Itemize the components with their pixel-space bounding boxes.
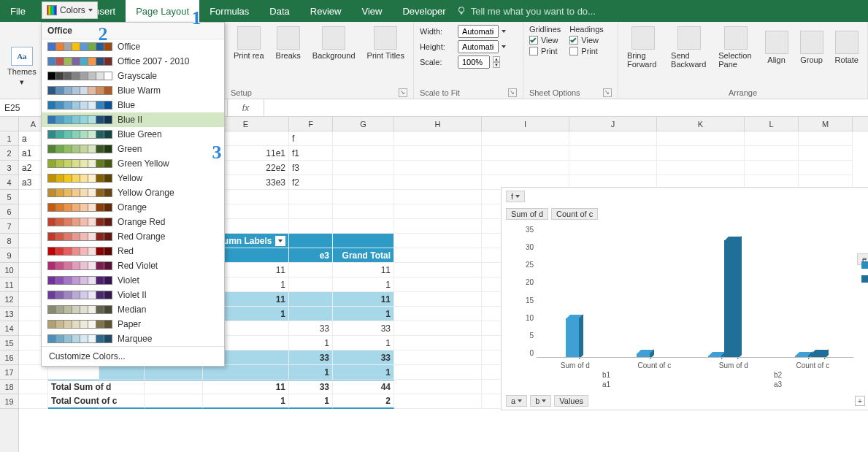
colors-button[interactable]: Colors [42, 1, 98, 19]
selection-pane-button[interactable]: Selection Pane [715, 25, 756, 70]
row-header[interactable]: 2 [0, 146, 18, 161]
headings-label: Headings [569, 25, 603, 34]
chart-value-btn-2[interactable]: Count of c [551, 208, 598, 220]
tab-data[interactable]: Data [259, 0, 299, 22]
tab-developer[interactable]: Developer [392, 0, 456, 22]
rotate-button[interactable]: Rotate [832, 29, 861, 66]
row-header[interactable]: 10 [0, 263, 18, 277]
color-scheme-blue-warm[interactable]: Blue Warm [42, 83, 224, 98]
chart-expand-button[interactable]: + [855, 396, 865, 406]
gridlines-view-checkbox[interactable]: View [529, 36, 561, 45]
row-header[interactable]: 14 [0, 321, 18, 336]
gridlines-print-checkbox[interactable]: Print [529, 47, 561, 55]
lightbulb-icon [456, 6, 466, 16]
breaks-button[interactable]: Breaks [273, 25, 304, 61]
row-headers: 12345678910111213141516171819 [0, 117, 19, 452]
row-header[interactable]: 17 [0, 365, 18, 380]
title-tabs: File Home Insert Page Layout Formulas Da… [0, 0, 868, 22]
scale-launcher[interactable]: ↘ [508, 88, 517, 97]
color-scheme-grayscale[interactable]: Grayscale [42, 69, 224, 83]
scale-input[interactable] [458, 55, 490, 69]
color-scheme-blue-ii[interactable]: Blue II [42, 112, 224, 127]
colors-swatch-icon [47, 5, 57, 15]
color-scheme-red-orange[interactable]: Red Orange [42, 229, 224, 244]
column-header[interactable]: F [289, 117, 333, 131]
row-header[interactable]: 3 [0, 161, 18, 175]
row-header[interactable]: 4 [0, 175, 18, 190]
row-header[interactable]: 19 [0, 394, 18, 409]
send-backward-icon [677, 26, 701, 50]
headings-view-checkbox[interactable]: View [569, 36, 603, 45]
page-setup-launcher[interactable]: ↘ [399, 88, 407, 97]
height-input[interactable] [458, 40, 499, 53]
color-scheme-green[interactable]: Green [42, 142, 224, 156]
group-button[interactable]: Group [797, 29, 826, 66]
row-header[interactable]: 8 [0, 234, 18, 248]
row-header[interactable]: 11 [0, 277, 18, 292]
column-header[interactable]: K [657, 117, 745, 131]
chart-values-button[interactable]: Values [554, 395, 588, 407]
color-scheme-blue-green[interactable]: Blue Green [42, 127, 224, 142]
print-area-button[interactable]: Print rea [231, 25, 267, 61]
width-input[interactable] [458, 25, 499, 38]
color-scheme-office-2007-2010[interactable]: Office 2007 - 2010 [42, 54, 224, 69]
column-header[interactable]: J [569, 117, 657, 131]
row-header[interactable]: 6 [0, 204, 18, 219]
select-all-corner[interactable] [0, 117, 18, 131]
color-scheme-orange-red[interactable]: Orange Red [42, 215, 224, 229]
print-titles-button[interactable]: Print Titles [364, 25, 407, 61]
color-scheme-marquee[interactable]: Marquee [42, 332, 224, 346]
background-button[interactable]: Background [310, 25, 358, 61]
chart-value-btn-1[interactable]: Sum of d [506, 208, 548, 220]
row-header[interactable]: 15 [0, 336, 18, 351]
color-scheme-median[interactable]: Median [42, 302, 224, 317]
column-header[interactable]: L [745, 117, 799, 131]
themes-button[interactable]: Aa Themes ▾ [7, 47, 37, 87]
column-header[interactable]: I [482, 117, 569, 131]
row-header[interactable]: 16 [0, 351, 18, 365]
column-header[interactable]: H [394, 117, 482, 131]
tell-me-search[interactable]: Tell me what you want to do... [456, 0, 596, 22]
headings-print-checkbox[interactable]: Print [569, 47, 603, 55]
color-scheme-violet-ii[interactable]: Violet II [42, 288, 224, 302]
row-header[interactable]: 13 [0, 307, 18, 321]
tab-review[interactable]: Review [300, 0, 352, 22]
fx-label[interactable]: fx [228, 99, 264, 116]
row-header[interactable]: 18 [0, 380, 18, 394]
row-header[interactable]: 7 [0, 219, 18, 234]
bring-forward-button[interactable]: Bring Forward [624, 25, 662, 70]
row-header[interactable]: 12 [0, 292, 18, 307]
tab-file[interactable]: File [0, 0, 36, 22]
color-scheme-paper[interactable]: Paper [42, 317, 224, 332]
color-scheme-violet[interactable]: Violet [42, 273, 224, 288]
annotation-1: 1 [184, 6, 209, 31]
tab-view[interactable]: View [351, 0, 392, 22]
height-control[interactable]: Height: [420, 40, 517, 53]
chart-row-filter-a[interactable]: a [506, 395, 527, 407]
column-header[interactable]: G [333, 117, 394, 131]
row-header[interactable]: 9 [0, 248, 18, 263]
customize-colors[interactable]: Customize Colors... [42, 346, 224, 366]
send-backward-button[interactable]: Send Backward [668, 25, 710, 70]
scale-control[interactable]: Scale:▲▼ [420, 55, 517, 69]
page-setup-label: Setup [231, 88, 252, 97]
sheet-options-label: Sheet Options [529, 88, 580, 97]
color-scheme-blue[interactable]: Blue [42, 98, 224, 112]
color-scheme-red-violet[interactable]: Red Violet [42, 258, 224, 273]
color-scheme-orange[interactable]: Orange [42, 200, 224, 215]
column-header[interactable]: M [799, 117, 853, 131]
sheet-options-launcher[interactable]: ↘ [603, 88, 612, 97]
background-icon [322, 26, 345, 50]
color-scheme-office[interactable]: Office [42, 39, 224, 54]
row-header[interactable]: 5 [0, 190, 18, 204]
row-header[interactable]: 1 [0, 131, 18, 146]
chart-row-filter-b[interactable]: b [530, 395, 551, 407]
width-control[interactable]: Width: [420, 25, 517, 38]
color-scheme-yellow[interactable]: Yellow [42, 171, 224, 185]
align-button[interactable]: Align [762, 29, 791, 66]
color-scheme-yellow-orange[interactable]: Yellow Orange [42, 185, 224, 200]
color-scheme-red[interactable]: Red [42, 244, 224, 258]
pivot-chart[interactable]: f Sum of d Count of c e 35302520151050 S… [501, 187, 868, 410]
color-scheme-green-yellow[interactable]: Green Yellow [42, 156, 224, 171]
chart-page-filter[interactable]: f [506, 191, 525, 202]
